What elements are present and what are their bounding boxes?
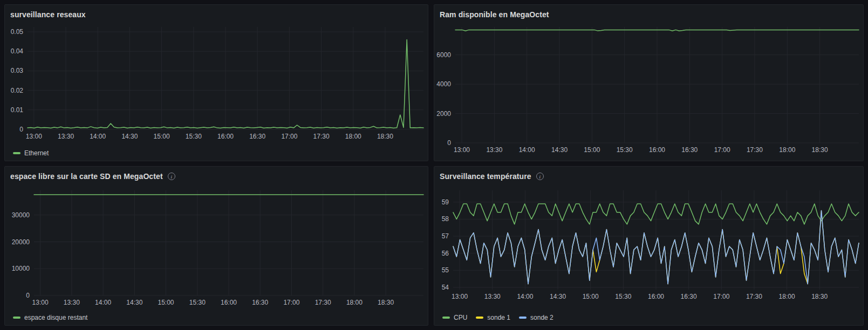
panel-header: Surveillance température i [434,167,863,186]
chart-legend: CPUsonde 1sonde 2 [442,314,553,321]
svg-text:16:30: 16:30 [252,299,268,306]
svg-text:18:30: 18:30 [378,299,394,306]
panel-surveillance-temperature: Surveillance température i 13:0013:3014:… [434,166,864,326]
panel-title[interactable]: espace libre sur la carte SD en MegaOcte… [10,172,163,181]
time-series-chart-canvas[interactable]: 13:0013:3014:0014:3015:0015:3016:0016:30… [5,186,428,325]
svg-text:15:30: 15:30 [615,293,631,300]
svg-text:15:00: 15:00 [583,293,599,300]
info-icon[interactable]: i [168,173,175,180]
svg-text:17:00: 17:00 [713,293,729,300]
svg-text:6000: 6000 [436,51,451,59]
svg-text:13:00: 13:00 [26,133,42,140]
panel-title[interactable]: Ram disponible en MegaOctet [440,10,549,19]
panel-espace-libre-sd: espace libre sur la carte SD en MegaOcte… [4,166,428,326]
svg-text:17:00: 17:00 [281,133,297,140]
svg-text:0.05: 0.05 [11,28,24,36]
svg-text:15:30: 15:30 [617,146,633,154]
legend-series-label: Ethernet [24,149,49,157]
panel-header: Ram disponible en MegaOctet [434,5,863,24]
svg-text:14:30: 14:30 [121,133,138,140]
svg-text:13:30: 13:30 [486,146,502,154]
legend-series-label: CPU [454,314,467,321]
svg-text:14:00: 14:00 [519,146,535,154]
legend-series-swatch [519,317,527,319]
legend-item[interactable]: sonde 2 [519,314,553,321]
svg-text:15:30: 15:30 [186,133,202,140]
legend-item[interactable]: sonde 1 [476,314,510,321]
legend-item[interactable]: CPU [442,314,467,321]
svg-text:18:30: 18:30 [811,293,828,300]
svg-text:14:00: 14:00 [95,299,111,306]
svg-text:14:30: 14:30 [551,146,568,154]
svg-text:0: 0 [447,139,451,147]
svg-text:0.02: 0.02 [11,87,24,94]
svg-text:13:00: 13:00 [454,146,470,154]
svg-text:13:00: 13:00 [452,293,468,300]
svg-text:18:00: 18:00 [345,133,361,140]
chart-legend: Ethernet [13,149,49,157]
svg-text:18:00: 18:00 [779,293,795,300]
svg-text:17:30: 17:30 [315,299,331,306]
svg-text:16:30: 16:30 [681,146,698,154]
svg-text:13:30: 13:30 [484,293,501,300]
legend-series-label: sonde 1 [487,314,510,321]
svg-text:16:30: 16:30 [249,133,265,140]
svg-text:18:30: 18:30 [812,146,828,154]
svg-text:17:30: 17:30 [313,133,330,140]
svg-text:14:00: 14:00 [517,293,533,300]
svg-text:14:00: 14:00 [90,133,106,140]
dashboard: { "panels": [ { "title": "surveillance r… [0,0,868,330]
svg-text:58: 58 [442,215,449,223]
panel-surveillance-reseaux: surveillance reseaux 13:0013:3014:0014:3… [4,4,428,161]
svg-text:16:00: 16:00 [221,299,237,306]
time-series-chart-canvas[interactable]: 13:0013:3014:0014:3015:0015:3016:0016:30… [5,24,428,161]
svg-text:59: 59 [442,198,449,206]
svg-text:16:30: 16:30 [681,293,697,300]
legend-series-swatch [442,317,450,319]
time-series-chart-canvas[interactable]: 13:0013:3014:0014:3015:0015:3016:0016:30… [434,186,863,325]
svg-text:55: 55 [442,266,449,274]
svg-text:30000: 30000 [12,211,30,219]
legend-series-swatch [13,152,20,154]
panel-ram-disponible: Ram disponible en MegaOctet 13:0013:3014… [434,4,864,161]
svg-text:17:30: 17:30 [746,293,762,300]
legend-series-swatch [13,317,20,319]
svg-text:15:00: 15:00 [158,299,174,306]
svg-text:13:30: 13:30 [58,133,74,140]
chart-area: 13:0013:3014:0014:3015:0015:3016:0016:30… [5,24,428,161]
svg-text:14:30: 14:30 [126,299,142,306]
svg-text:13:30: 13:30 [64,299,80,306]
chart-legend: espace disque restant [13,314,87,321]
svg-text:0: 0 [26,292,30,299]
legend-series-label: espace disque restant [24,314,87,321]
panel-header: espace libre sur la carte SD en MegaOcte… [5,167,428,186]
chart-area: 13:0013:3014:0014:3015:0015:3016:0016:30… [5,186,428,325]
svg-text:10000: 10000 [12,265,30,272]
panel-header: surveillance reseaux [5,5,428,24]
legend-item[interactable]: espace disque restant [13,314,87,321]
svg-text:56: 56 [442,250,449,257]
panel-title[interactable]: surveillance reseaux [10,10,86,19]
svg-text:18:00: 18:00 [346,299,363,306]
svg-text:2000: 2000 [436,110,451,118]
svg-text:15:00: 15:00 [154,133,170,140]
svg-text:20000: 20000 [12,238,30,246]
chart-area: 13:0013:3014:0014:3015:0015:3016:0016:30… [434,186,863,325]
legend-series-swatch [476,317,483,319]
svg-text:18:00: 18:00 [779,146,795,154]
svg-text:54: 54 [442,284,449,291]
legend-item[interactable]: Ethernet [13,149,49,157]
svg-text:18:30: 18:30 [377,133,393,140]
svg-text:4000: 4000 [436,80,451,88]
svg-text:15:00: 15:00 [584,146,600,154]
panel-title[interactable]: Surveillance température [440,172,531,181]
svg-text:0.03: 0.03 [11,67,24,74]
chart-area: 13:0013:3014:0014:3015:0015:3016:0016:30… [434,24,863,161]
svg-text:17:00: 17:00 [283,299,299,306]
info-icon[interactable]: i [536,173,544,180]
svg-text:17:30: 17:30 [747,146,763,154]
svg-text:14:30: 14:30 [550,293,566,300]
svg-text:15:30: 15:30 [189,299,206,306]
svg-text:16:00: 16:00 [648,293,664,300]
time-series-chart-canvas[interactable]: 13:0013:3014:0014:3015:0015:3016:0016:30… [434,24,863,161]
